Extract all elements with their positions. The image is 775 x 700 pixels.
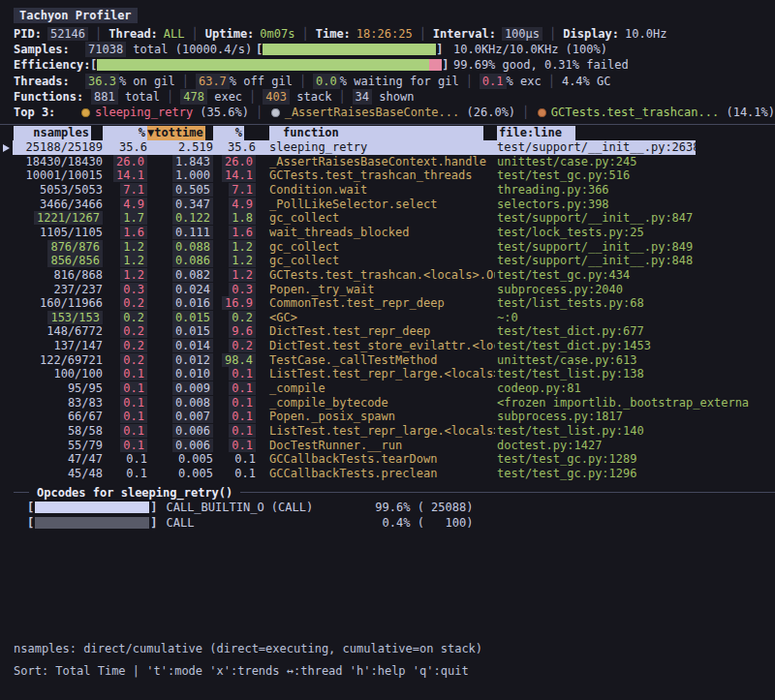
cell-ns: 83/83 (14, 396, 103, 411)
cell-ns: 148/6772 (14, 324, 103, 339)
table-row[interactable]: 66/670.10.0070.1Popen._posix_spawnsubpro… (0, 410, 775, 424)
opcodes-divider-right (240, 492, 775, 493)
uptime-label: Uptime: (205, 27, 255, 41)
cell-p2: 1.6 (213, 226, 256, 240)
cell-p2: 35.6 (213, 140, 256, 155)
functions-exec: 478 (180, 89, 207, 105)
table-row[interactable]: 148/67720.20.0159.6DictTest.test_repr_de… (0, 324, 775, 339)
efficiency-summary: 99.69% good, 0.31% failed (453, 57, 629, 73)
column-header-function[interactable]: function (269, 126, 483, 140)
table-row[interactable]: 47/470.10.0050.1GCCallbackTests.tearDown… (0, 452, 775, 467)
cell-p1: 0.1 (103, 439, 147, 453)
cell-fn: GCTests.test_trashcan_threads (256, 168, 495, 183)
cell-file: test/lock_tests.py:25 (495, 226, 775, 240)
column-header-pct-direct[interactable]: % (103, 126, 147, 140)
cell-p2: 1.8 (213, 211, 256, 226)
cell-file: codeop.py:81 (495, 381, 775, 396)
column-header-tottime-sorted[interactable]: ▼tottime (147, 126, 205, 140)
app-title: Tachyon Profiler (14, 8, 138, 23)
table-row[interactable]: 1105/11051.60.1111.6wait_threads_blocked… (0, 226, 775, 240)
opcode-row: [ ] CALL 0.4% ( 100) (0, 515, 775, 531)
efficiency-bar: [ ] (90, 57, 449, 73)
cell-p1: 7.1 (103, 183, 147, 198)
cell-ns: 856/856 (14, 254, 103, 268)
samples-bar-fill (263, 44, 436, 55)
cell-fn: DictTest.test_store_evilattr.<local... (256, 339, 495, 353)
cell-fn: GCTests.test_trashcan.<locals>.Ouch... (256, 268, 495, 283)
cell-ns: 1221/1267 (14, 211, 103, 226)
table-row[interactable]: 1221/12671.70.1221.8gc_collecttest/suppo… (0, 211, 775, 226)
column-header-file-line[interactable]: file:line (497, 126, 575, 140)
cell-fn: wait_threads_blocked (256, 226, 495, 240)
top3-line: Top 3: sleeping_retry (35.6%) │ _AssertR… (0, 105, 775, 120)
table-row[interactable]: 100/1000.10.0100.1ListTest.test_repr_lar… (0, 367, 775, 381)
cell-p1: 0.2 (103, 324, 147, 339)
table-row[interactable]: 58/580.10.0060.1ListTest.test_repr_large… (0, 424, 775, 439)
cell-tot: 0.005 (147, 452, 213, 467)
cell-fn: _AssertRaisesBaseContext.handle (256, 155, 495, 169)
table-row[interactable]: 95/950.10.0090.1_compilecodeop.py:81 (0, 381, 775, 396)
functions-line: Functions: 881 total │ 478 exec │ 403 st… (0, 89, 775, 105)
cell-tot: 0.008 (147, 396, 213, 411)
column-header-pct-cumulative[interactable]: % (213, 126, 244, 140)
cell-fn: ListTest.test_repr_large.<locals>.c... (256, 424, 495, 439)
cell-ns: 66/67 (14, 410, 103, 424)
cell-fn: TestCase._callTestMethod (256, 353, 495, 368)
cell-ns: 100/100 (14, 367, 103, 381)
efficiency-line: Efficiency: [ ] 99.69% good, 0.31% faile… (0, 57, 775, 73)
cell-ns: 876/876 (14, 240, 103, 255)
cell-fn: _compile (256, 381, 495, 396)
cell-tot: 1.000 (147, 168, 213, 183)
cell-file: test/test_gc.py:1296 (495, 467, 775, 481)
efficiency-good-segment (97, 59, 429, 71)
opcodes-title: Opcodes for sleeping_retry() (37, 486, 232, 500)
table-row[interactable]: 25188/2518935.62.51935.6sleeping_retryte… (0, 140, 775, 155)
column-header-nsamples[interactable]: nsamples (14, 126, 91, 140)
cell-fn: _PollLikeSelector.select (256, 198, 495, 212)
cell-fn: Condition.wait (256, 183, 495, 198)
cell-fn: CommonTest.test_repr_deep (256, 296, 495, 311)
cell-ns: 816/868 (14, 268, 103, 283)
interval-value: 100μs (502, 27, 542, 41)
cell-ns: 25188/25189 (14, 140, 103, 155)
table-row[interactable]: 160/119660.20.01616.9CommonTest.test_rep… (0, 296, 775, 311)
top3-item-2-name[interactable]: _AssertRaisesBaseConte... (285, 105, 460, 120)
cell-file: test/support/__init__.py:848 (495, 254, 775, 268)
opcode-label: CALL (157, 516, 356, 530)
cell-tot: 0.016 (147, 296, 213, 311)
table-row[interactable]: 122/697210.20.01298.4TestCase._callTestM… (0, 353, 775, 368)
cell-p2: 14.1 (213, 168, 256, 183)
cell-ns: 18430/18430 (14, 155, 103, 169)
table-row[interactable]: 45/480.10.0050.1GCCallbackTests.preclean… (0, 467, 775, 481)
cell-p1: 0.2 (103, 311, 147, 325)
cell-p2: 9.6 (213, 324, 256, 339)
efficiency-label: Efficiency: (14, 57, 90, 73)
top3-item-1-name[interactable]: sleeping_retry (95, 105, 193, 120)
table-row[interactable]: 856/8561.20.0861.2gc_collecttest/support… (0, 254, 775, 268)
table-row[interactable]: 237/2370.30.0240.3Popen._try_waitsubproc… (0, 283, 775, 297)
table-row[interactable]: 153/1530.20.0150.2<GC>~:0 (0, 311, 775, 325)
cell-p2: 1.2 (213, 240, 256, 255)
top3-item-3-name[interactable]: GCTests.test_trashcan... (551, 105, 719, 120)
table-row[interactable]: 816/8681.20.0821.2GCTests.test_trashcan.… (0, 268, 775, 283)
opcode-row: [ ] CALL_BUILTIN_O (CALL) 99.6% ( 25088) (0, 500, 775, 515)
table-row[interactable]: 5053/50537.10.5057.1Condition.waitthread… (0, 183, 775, 198)
cell-tot: 0.007 (147, 410, 213, 424)
table-row[interactable]: 876/8761.20.0881.2gc_collecttest/support… (0, 240, 775, 255)
cell-ns: 55/79 (14, 439, 103, 453)
cell-file: test/support/__init__.py:2638 (495, 140, 775, 155)
cell-p1: 26.0 (103, 155, 147, 169)
cell-ns: 5053/5053 (14, 183, 103, 198)
cell-fn: DocTestRunner.__run (256, 439, 495, 453)
table-row[interactable]: 3466/34664.90.3474.9_PollLikeSelector.se… (0, 198, 775, 212)
table-row[interactable]: 10001/1001514.11.00014.1GCTests.test_tra… (0, 168, 775, 183)
cell-fn: gc_collect (256, 254, 495, 268)
table-row[interactable]: 83/830.10.0080.1_compile_bytecode<frozen… (0, 396, 775, 411)
table-row[interactable]: 137/1470.20.0140.2DictTest.test_store_ev… (0, 339, 775, 353)
function-table-body: 25188/2518935.62.51935.6sleeping_retryte… (0, 140, 775, 480)
functions-shown: 34 (353, 89, 372, 105)
thread-value[interactable]: ALL (164, 27, 185, 41)
table-row[interactable]: 18430/1843026.01.84326.0_AssertRaisesBas… (0, 155, 775, 169)
table-row[interactable]: 55/790.10.0060.1DocTestRunner.__rundocte… (0, 439, 775, 453)
cell-ns: 122/69721 (14, 353, 103, 368)
